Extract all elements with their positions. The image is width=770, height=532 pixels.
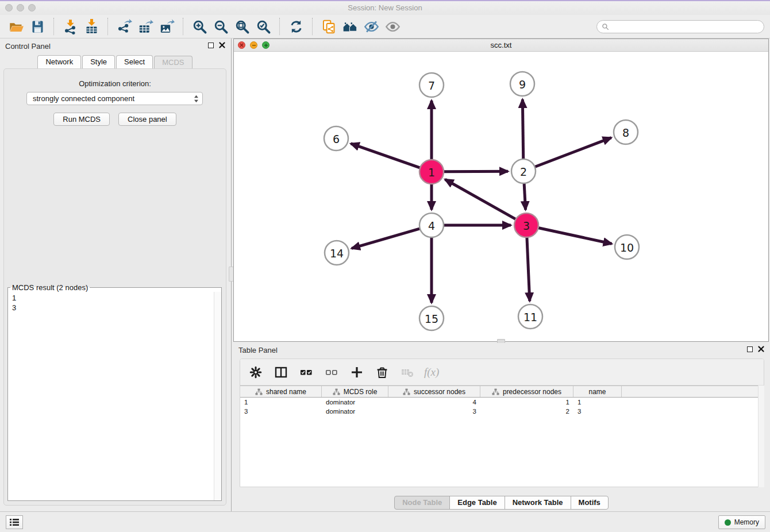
column-header-name[interactable]: name — [573, 386, 622, 397]
open-session-button[interactable] — [6, 17, 27, 36]
cell-predecessor-nodes[interactable]: 1 — [480, 399, 573, 406]
home-view-button[interactable] — [340, 17, 361, 36]
toolbar-separator — [307, 18, 313, 35]
tab-network-table[interactable]: Network Table — [505, 496, 571, 510]
export-table-button[interactable] — [135, 17, 156, 36]
selected-criterion: strongly connected component — [33, 94, 194, 103]
export-network-button[interactable] — [114, 17, 135, 36]
edge-3-11[interactable] — [527, 237, 530, 301]
add-column-button[interactable] — [348, 364, 365, 381]
hide-selected-button[interactable] — [361, 17, 382, 36]
zoom-in-button[interactable] — [189, 17, 210, 36]
column-header-successor-nodes[interactable]: successor nodes — [388, 386, 480, 397]
memory-button[interactable]: Memory — [718, 515, 765, 529]
tab-mcds[interactable]: MCDS — [154, 56, 192, 69]
show-panel-button[interactable] — [6, 515, 23, 529]
search-input[interactable] — [612, 22, 759, 30]
zoom-out-button[interactable] — [210, 17, 232, 36]
delete-column-button[interactable] — [374, 364, 391, 381]
float-table-panel-icon[interactable] — [747, 346, 753, 352]
tab-network[interactable]: Network — [37, 55, 81, 68]
column-header-shared-name[interactable]: shared name — [240, 386, 322, 397]
close-table-panel-icon[interactable] — [758, 346, 764, 352]
result-scrollbar[interactable] — [214, 292, 221, 500]
column-header-predecessor-nodes[interactable]: predecessor nodes — [480, 386, 573, 397]
tab-select[interactable]: Select — [116, 55, 153, 68]
select-all-button[interactable] — [298, 364, 315, 381]
maximize-glyph-icon — [264, 43, 268, 48]
function-builder-button: f(x) — [424, 366, 439, 379]
node-label-6: 6 — [333, 133, 340, 145]
cell-name[interactable]: 1 — [573, 399, 622, 406]
close-panel-icon[interactable] — [219, 42, 225, 48]
copy-view-button[interactable] — [318, 17, 340, 36]
edge-1-6[interactable] — [351, 144, 420, 168]
tab-node-table[interactable]: Node Table — [394, 496, 450, 510]
edge-3-10[interactable] — [538, 228, 612, 244]
table-panel-title: Table Panel — [238, 346, 278, 354]
window-title: Session: New Session — [0, 1, 770, 14]
edge-2-8[interactable] — [535, 138, 611, 167]
refresh-view-button[interactable] — [286, 17, 307, 36]
zoom-selected-button[interactable] — [253, 17, 274, 36]
cell-shared-name[interactable]: 3 — [240, 408, 322, 415]
column-header-mcds-role[interactable]: MCDS role — [322, 386, 388, 397]
network-close-button[interactable] — [238, 41, 245, 49]
zoom-fit-button[interactable] — [232, 17, 253, 36]
edge-2-3[interactable] — [524, 183, 525, 210]
export-image-button[interactable] — [156, 17, 178, 36]
tab-motifs[interactable]: Motifs — [571, 496, 609, 510]
cell-successor-nodes[interactable]: 4 — [388, 399, 480, 406]
close-window-button[interactable] — [5, 4, 13, 11]
network-canvas[interactable]: 1234678910111415 — [234, 52, 768, 341]
edge-4-14[interactable] — [352, 229, 420, 249]
import-table-button[interactable] — [81, 17, 102, 36]
toolbar-separator — [48, 18, 54, 35]
column-label: shared name — [266, 388, 306, 396]
deselect-all-button[interactable] — [323, 364, 340, 381]
save-session-button[interactable] — [27, 17, 48, 36]
table-row[interactable]: 3dominator323 — [240, 407, 764, 416]
maximize-window-button[interactable] — [28, 4, 36, 11]
float-panel-icon[interactable] — [208, 43, 214, 48]
close-panel-button[interactable]: Close panel — [118, 113, 176, 126]
tab-style[interactable]: Style — [82, 55, 115, 68]
optimization-criterion-select[interactable]: strongly connected component — [26, 92, 203, 105]
network-maximize-button[interactable] — [262, 41, 270, 49]
network-minimize-button[interactable] — [250, 41, 257, 49]
search-box[interactable] — [596, 20, 764, 33]
node-label-10: 10 — [620, 241, 634, 254]
run-mcds-button[interactable]: Run MCDS — [53, 113, 110, 126]
minimize-window-button[interactable] — [17, 4, 24, 11]
memory-label: Memory — [734, 518, 759, 526]
split-panel-button[interactable] — [272, 364, 290, 381]
edge-1-2[interactable] — [444, 171, 508, 172]
optimization-criterion-label: Optimization criterion: — [4, 79, 226, 88]
tab-edge-table[interactable]: Edge Table — [449, 496, 505, 510]
window-controls — [5, 4, 36, 11]
node-label-14: 14 — [330, 247, 344, 260]
edge-3-1[interactable] — [445, 179, 516, 219]
table-row[interactable]: 1dominator411 — [240, 398, 764, 407]
import-network-button[interactable] — [60, 17, 81, 36]
network-canvas-area: 1234678910111415 — [234, 52, 768, 341]
export-table-icon — [138, 19, 153, 34]
network-view-window: scc.txt 1234678910111415 — [233, 38, 769, 342]
table-body: 1dominator4113dominator323 — [240, 398, 764, 416]
table-scrollbar[interactable] — [758, 385, 764, 487]
cell-successor-nodes[interactable]: 3 — [388, 408, 480, 415]
zoom-fit-icon — [234, 19, 250, 34]
search-icon — [602, 23, 609, 30]
cell-shared-name[interactable]: 1 — [240, 399, 322, 406]
settings-button[interactable] — [247, 364, 264, 381]
control-panel-title: Control Panel — [5, 42, 51, 51]
table-header-row: shared nameMCDS rolesuccessor nodesprede… — [240, 385, 764, 398]
edge-2-9[interactable] — [522, 99, 523, 159]
cell-predecessor-nodes[interactable]: 2 — [480, 408, 573, 415]
network-window-titlebar[interactable]: scc.txt — [234, 39, 768, 52]
stepper-icon — [194, 94, 199, 103]
home-view-icon — [342, 19, 358, 34]
cell-name[interactable]: 3 — [573, 408, 622, 415]
cell-mcds-role[interactable]: dominator — [322, 399, 388, 406]
cell-mcds-role[interactable]: dominator — [322, 408, 388, 415]
